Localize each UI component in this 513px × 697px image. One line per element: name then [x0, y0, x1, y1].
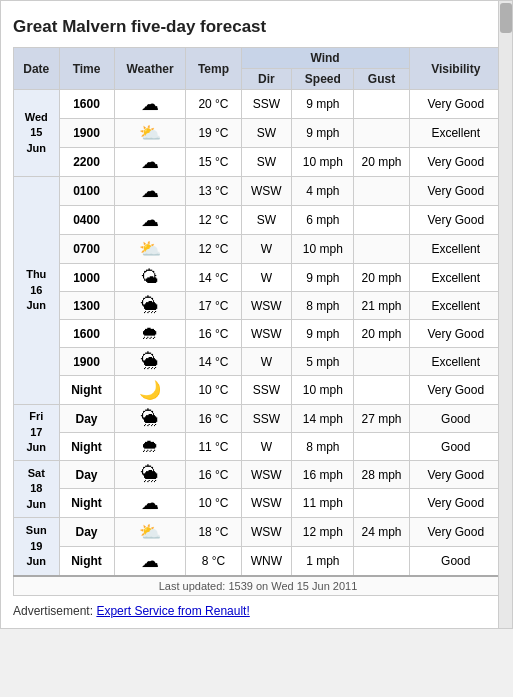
- header-temp: Temp: [186, 48, 241, 90]
- temp-cell: 16 °C: [186, 461, 241, 489]
- visibility-cell: Excellent: [409, 292, 502, 320]
- date-cell: Sun 19 Jun: [14, 518, 60, 577]
- table-row: Thu 16 Jun0100☁13 °CWSW4 mphVery Good: [14, 177, 503, 206]
- weather-icon-cell: ☁: [114, 177, 186, 206]
- wind-dir-cell: WSW: [241, 292, 292, 320]
- wind-gust-cell: 28 mph: [354, 461, 409, 489]
- visibility-cell: Good: [409, 433, 502, 461]
- wind-dir-cell: W: [241, 348, 292, 376]
- wind-dir-cell: WNW: [241, 547, 292, 577]
- temp-cell: 16 °C: [186, 405, 241, 433]
- weather-icon-cell: ☁: [114, 90, 186, 119]
- weather-icon-cell: ☁: [114, 489, 186, 518]
- wind-gust-cell: 20 mph: [354, 320, 409, 348]
- table-row: 0400☁12 °CSW6 mphVery Good: [14, 206, 503, 235]
- header-time: Time: [59, 48, 114, 90]
- header-wind: Wind: [241, 48, 409, 69]
- visibility-cell: Very Good: [409, 148, 502, 177]
- wind-dir-cell: WSW: [241, 177, 292, 206]
- wind-speed-cell: 14 mph: [292, 405, 354, 433]
- visibility-cell: Good: [409, 547, 502, 577]
- weather-icon-cell: 🌤: [114, 264, 186, 292]
- wind-dir-cell: SW: [241, 119, 292, 148]
- advertisement-row: Advertisement: Expert Service from Renau…: [13, 604, 500, 618]
- wind-speed-cell: 12 mph: [292, 518, 354, 547]
- wind-speed-cell: 9 mph: [292, 90, 354, 119]
- date-cell: Wed 15 Jun: [14, 90, 60, 177]
- wind-gust-cell: 27 mph: [354, 405, 409, 433]
- time-cell: Day: [59, 461, 114, 489]
- wind-gust-cell: 20 mph: [354, 148, 409, 177]
- weather-icon-cell: 🌧: [114, 320, 186, 348]
- weather-icon-cell: 🌧: [114, 433, 186, 461]
- header-visibility: Visibility: [409, 48, 502, 90]
- page-title: Great Malvern five-day forecast: [13, 17, 500, 37]
- date-cell: Thu 16 Jun: [14, 177, 60, 405]
- weather-icon-cell: ☁: [114, 148, 186, 177]
- temp-cell: 15 °C: [186, 148, 241, 177]
- visibility-cell: Excellent: [409, 119, 502, 148]
- wind-gust-cell: [354, 489, 409, 518]
- time-cell: 1900: [59, 119, 114, 148]
- temp-cell: 18 °C: [186, 518, 241, 547]
- table-row: Sat 18 JunDay🌦16 °CWSW16 mph28 mphVery G…: [14, 461, 503, 489]
- temp-cell: 12 °C: [186, 235, 241, 264]
- wind-speed-cell: 11 mph: [292, 489, 354, 518]
- temp-cell: 8 °C: [186, 547, 241, 577]
- table-row: 0700⛅12 °CW10 mphExcellent: [14, 235, 503, 264]
- ad-label: Advertisement:: [13, 604, 93, 618]
- wind-dir-cell: WSW: [241, 461, 292, 489]
- visibility-cell: Very Good: [409, 461, 502, 489]
- scrollbar-thumb[interactable]: [500, 3, 512, 33]
- time-cell: 2200: [59, 148, 114, 177]
- wind-gust-cell: [354, 348, 409, 376]
- temp-cell: 10 °C: [186, 376, 241, 405]
- wind-speed-cell: 8 mph: [292, 292, 354, 320]
- time-cell: 1900: [59, 348, 114, 376]
- visibility-cell: Very Good: [409, 320, 502, 348]
- wind-dir-cell: SSW: [241, 90, 292, 119]
- wind-speed-cell: 4 mph: [292, 177, 354, 206]
- wind-dir-cell: W: [241, 235, 292, 264]
- wind-gust-cell: [354, 119, 409, 148]
- weather-icon-cell: 🌦: [114, 461, 186, 489]
- wind-dir-cell: SW: [241, 148, 292, 177]
- wind-dir-cell: SSW: [241, 376, 292, 405]
- header-wind-gust: Gust: [354, 69, 409, 90]
- header-weather: Weather: [114, 48, 186, 90]
- wind-speed-cell: 9 mph: [292, 264, 354, 292]
- scrollbar[interactable]: [498, 1, 512, 628]
- visibility-cell: Very Good: [409, 489, 502, 518]
- table-row: Wed 15 Jun1600☁20 °CSSW9 mphVery Good: [14, 90, 503, 119]
- temp-cell: 19 °C: [186, 119, 241, 148]
- wind-gust-cell: [354, 235, 409, 264]
- temp-cell: 10 °C: [186, 489, 241, 518]
- wind-speed-cell: 6 mph: [292, 206, 354, 235]
- weather-icon-cell: ⛅: [114, 119, 186, 148]
- table-row: 1300🌦17 °CWSW8 mph21 mphExcellent: [14, 292, 503, 320]
- time-cell: Day: [59, 518, 114, 547]
- time-cell: 1600: [59, 90, 114, 119]
- table-row: Night☁8 °CWNW1 mphGood: [14, 547, 503, 577]
- time-cell: Night: [59, 376, 114, 405]
- weather-icon-cell: 🌦: [114, 292, 186, 320]
- ad-link[interactable]: Expert Service from Renault!: [96, 604, 249, 618]
- time-cell: 1300: [59, 292, 114, 320]
- visibility-cell: Very Good: [409, 90, 502, 119]
- wind-speed-cell: 10 mph: [292, 376, 354, 405]
- time-cell: 1000: [59, 264, 114, 292]
- time-cell: Night: [59, 547, 114, 577]
- wind-gust-cell: [354, 547, 409, 577]
- visibility-cell: Very Good: [409, 206, 502, 235]
- wind-gust-cell: 21 mph: [354, 292, 409, 320]
- temp-cell: 14 °C: [186, 348, 241, 376]
- temp-cell: 20 °C: [186, 90, 241, 119]
- date-cell: Fri 17 Jun: [14, 405, 60, 461]
- footer-row: Last updated: 1539 on Wed 15 Jun 2011: [14, 576, 503, 596]
- wind-speed-cell: 8 mph: [292, 433, 354, 461]
- wind-gust-cell: [354, 177, 409, 206]
- time-cell: 1600: [59, 320, 114, 348]
- table-row: Night🌧11 °CW8 mphGood: [14, 433, 503, 461]
- weather-icon-cell: 🌦: [114, 405, 186, 433]
- temp-cell: 13 °C: [186, 177, 241, 206]
